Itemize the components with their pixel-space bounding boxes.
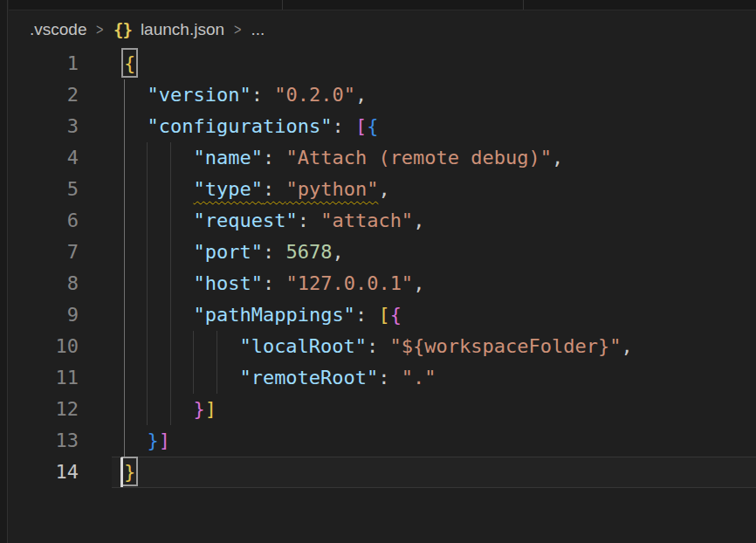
code-line[interactable]: "name": "Attach (remote debug)",: [124, 142, 563, 174]
breadcrumb: .vscode > {} launch.json > ...: [9, 11, 756, 48]
code-row[interactable]: 5"type": "python",: [9, 174, 756, 205]
code-token: "host": [193, 272, 262, 294]
code-row[interactable]: 1{: [9, 48, 756, 79]
code-row[interactable]: 14}: [9, 457, 756, 488]
bracket-match-box: }: [124, 461, 135, 483]
code-token: :: [332, 115, 355, 137]
code-token: :: [378, 367, 402, 388]
code-token: 5678: [285, 241, 332, 263]
code-token: ]: [159, 430, 170, 451]
code-row[interactable]: 3"configurations": [{: [9, 111, 756, 142]
code-token: "name": [193, 147, 262, 168]
code-line[interactable]: "type": "python",: [124, 174, 390, 205]
code-token: "configurations": [147, 115, 332, 137]
code-token: :: [298, 210, 321, 231]
code-token: "request": [193, 210, 297, 231]
code-token: ,: [622, 335, 633, 357]
breadcrumb-folder[interactable]: .vscode: [30, 20, 86, 39]
code-row[interactable]: 12}]: [9, 394, 756, 425]
code-token: ".": [402, 367, 436, 388]
code-token: "attach": [320, 210, 413, 231]
line-number[interactable]: 4: [9, 142, 79, 174]
code-line[interactable]: }: [124, 457, 135, 488]
code-line[interactable]: "pathMappings": [{: [124, 299, 402, 331]
code-token: "port": [193, 241, 262, 263]
code-token: "0.2.0": [274, 84, 355, 106]
code-line[interactable]: "remoteRoot": ".": [124, 362, 436, 394]
code-token: ,: [413, 272, 424, 294]
code-token: "version": [147, 84, 251, 106]
line-number[interactable]: 10: [9, 331, 79, 362]
code-token: "localRoot": [239, 335, 367, 357]
code-token: [: [355, 115, 367, 137]
code-token: ,: [413, 210, 424, 231]
code-line[interactable]: "configurations": [{: [124, 111, 378, 142]
panel-edge: [0, 0, 8, 543]
line-number[interactable]: 11: [9, 362, 79, 394]
code-line[interactable]: }]: [124, 394, 216, 425]
code-line[interactable]: "host": "127.0.0.1",: [124, 268, 424, 299]
code-line[interactable]: "version": "0.2.0",: [124, 79, 367, 111]
code-row[interactable]: 6"request": "attach",: [9, 205, 756, 237]
code-token: "pathMappings": [193, 304, 354, 326]
bracket-match-box: {: [124, 52, 135, 74]
code-token: :: [367, 335, 390, 357]
code-line[interactable]: "localRoot": "${workspaceFolder}",: [124, 331, 633, 362]
tab-separator: [523, 0, 524, 10]
code-row[interactable]: 7"port": 5678,: [9, 237, 756, 268]
code-row[interactable]: 13}]: [9, 425, 756, 457]
line-number[interactable]: 13: [9, 425, 79, 457]
line-number[interactable]: 5: [9, 174, 79, 205]
code-line[interactable]: "port": 5678,: [124, 237, 344, 268]
code-token: "remoteRoot": [239, 367, 378, 388]
code-token: "type": [193, 178, 262, 200]
code-row[interactable]: 11"remoteRoot": ".": [9, 362, 756, 394]
text-cursor: [120, 457, 123, 487]
line-number[interactable]: 8: [9, 268, 79, 299]
breadcrumb-file[interactable]: launch.json: [141, 20, 224, 39]
code-line[interactable]: }]: [124, 425, 170, 457]
code-token: ,: [378, 178, 389, 200]
code-row[interactable]: 9"pathMappings": [{: [9, 299, 756, 331]
code-token: :: [355, 304, 379, 326]
chevron-right-icon: >: [97, 21, 104, 39]
line-number[interactable]: 9: [9, 299, 79, 331]
code-token: "${workspaceFolder}": [390, 335, 622, 357]
code-token: {: [367, 115, 378, 137]
tab-bar: [9, 0, 756, 10]
code-token: "Attach (remote debug)": [285, 147, 552, 168]
code-token: ]: [205, 398, 216, 420]
code-token: {: [390, 304, 402, 326]
code-token: }: [147, 430, 158, 451]
code-token: :: [263, 272, 286, 294]
breadcrumb-symbol[interactable]: ...: [251, 20, 265, 39]
line-number[interactable]: 1: [9, 48, 79, 79]
code-row[interactable]: 8"host": "127.0.0.1",: [9, 268, 756, 299]
code-editor[interactable]: 1{2"version": "0.2.0",3"configurations":…: [9, 48, 756, 543]
code-row[interactable]: 2"version": "0.2.0",: [9, 79, 756, 111]
code-token: ,: [552, 147, 563, 168]
chevron-right-icon: >: [234, 21, 241, 39]
line-number[interactable]: 3: [9, 111, 79, 142]
code-line[interactable]: "request": "attach",: [124, 205, 424, 237]
json-braces-icon: {}: [113, 20, 132, 39]
line-number[interactable]: 6: [9, 205, 79, 237]
code-token: "python": [285, 178, 378, 200]
code-token: :: [251, 84, 275, 106]
code-token: :: [263, 241, 286, 263]
line-number[interactable]: 12: [9, 394, 79, 425]
code-token: :: [263, 147, 286, 168]
line-number[interactable]: 14: [9, 457, 79, 488]
line-number[interactable]: 7: [9, 237, 79, 268]
code-token: ,: [332, 241, 343, 263]
tab-separator: [282, 0, 283, 10]
code-token: :: [263, 178, 286, 200]
code-token: }: [193, 398, 204, 420]
code-row[interactable]: 10"localRoot": "${workspaceFolder}",: [9, 331, 756, 362]
line-number[interactable]: 2: [9, 79, 79, 111]
code-row[interactable]: 4"name": "Attach (remote debug)",: [9, 142, 756, 174]
code-token: [: [378, 304, 389, 326]
code-line[interactable]: {: [124, 48, 135, 79]
code-token: "127.0.0.1": [285, 272, 413, 294]
code-token: ,: [355, 84, 367, 106]
